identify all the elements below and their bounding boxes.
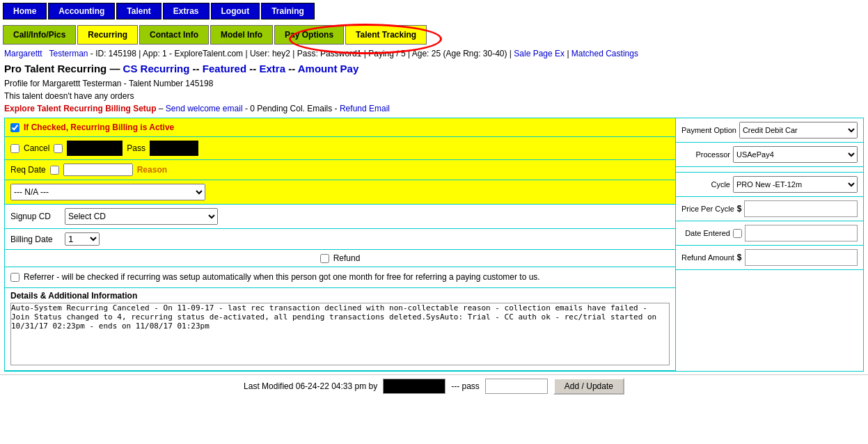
price-per-cycle-label: Price Per Cycle bbox=[681, 204, 734, 214]
req-date-checkbox[interactable] bbox=[50, 166, 59, 175]
price-per-cycle-row: Price Per Cycle $ 288.73 bbox=[676, 197, 863, 221]
nav-logout[interactable]: Logout bbox=[211, 3, 260, 19]
tab-row-wrapper: Call/Info/Pics Recurring Contact Info Mo… bbox=[0, 22, 868, 47]
pass-text-input[interactable] bbox=[150, 141, 198, 156]
page-title: Pro Talent Recurring — CS Recurring -- F… bbox=[4, 63, 864, 74]
na-dropdown-row: --- N/A --- bbox=[5, 180, 675, 205]
referrer-text: Referrer - will be checked if recurring … bbox=[24, 271, 540, 283]
cancel-text-input[interactable] bbox=[67, 141, 123, 156]
req-date-row: Req Date Reason bbox=[5, 160, 675, 180]
tab-model-info[interactable]: Model Info bbox=[210, 25, 273, 45]
matched-castings-link[interactable]: Matched Castings bbox=[571, 49, 638, 58]
talent-name-last[interactable]: Testerman bbox=[49, 49, 88, 58]
cancel-row: Cancel Pass bbox=[5, 137, 675, 160]
main-form: If Checked, Recurring Billing is Active … bbox=[0, 115, 868, 374]
refund-amount-input[interactable]: 0.00 bbox=[745, 249, 858, 266]
right-panel: Payment Option Credit Debit Car Processo… bbox=[676, 118, 864, 372]
cs-recurring-link[interactable]: CS Recurring bbox=[123, 63, 190, 74]
nav-talent[interactable]: Talent bbox=[116, 3, 161, 19]
refund-amount-label: Refund Amount bbox=[681, 253, 734, 262]
cycle-label: Cycle bbox=[681, 180, 730, 189]
dollar-sign-price: $ bbox=[737, 204, 742, 214]
app-value: 1 - ExploreTalent.com bbox=[162, 49, 243, 58]
reason-label: Reason bbox=[137, 165, 167, 175]
active-billing-label: If Checked, Recurring Billing is Active bbox=[24, 122, 174, 132]
cancel-checkbox[interactable] bbox=[10, 144, 19, 153]
tab-recurring[interactable]: Recurring bbox=[77, 25, 138, 45]
processor-row: Processor USAePay4 bbox=[676, 143, 863, 167]
signup-cd-label: Signup CD bbox=[10, 212, 59, 221]
billing-date-select[interactable]: 1 bbox=[65, 232, 100, 246]
active-billing-row: If Checked, Recurring Billing is Active bbox=[5, 118, 675, 137]
cycle-select[interactable]: PRO New -ET-12m bbox=[733, 176, 858, 193]
referrer-row: Referrer - will be checked if recurring … bbox=[5, 267, 675, 288]
tab-row: Call/Info/Pics Recurring Contact Info Mo… bbox=[0, 22, 868, 47]
cancel-checkbox2[interactable] bbox=[54, 144, 63, 153]
dollar-sign-refund: $ bbox=[737, 253, 742, 262]
date-entered-checkbox[interactable] bbox=[733, 229, 742, 238]
referrer-checkbox[interactable] bbox=[10, 273, 19, 282]
payment-option-select[interactable]: Credit Debit Car bbox=[739, 122, 858, 138]
req-date-label: Req Date bbox=[10, 165, 46, 175]
user-value: hey2 bbox=[272, 49, 290, 58]
date-entered-label: Date Entered bbox=[681, 228, 730, 238]
talent-id: 145198 bbox=[109, 49, 136, 58]
details-textarea[interactable]: Auto-System Recurring Canceled - On 11-0… bbox=[10, 303, 670, 365]
refund-amount-row: Refund Amount $ 0.00 bbox=[676, 246, 863, 270]
signup-cd-row: Signup CD Select CD bbox=[5, 205, 675, 229]
date-entered-row: Date Entered 07/01/22 bbox=[676, 221, 863, 246]
signup-cd-select[interactable]: Select CD bbox=[65, 208, 218, 225]
pass-value: Password1 bbox=[320, 49, 361, 58]
billing-setup-link[interactable]: Explore Talent Recurring Billing Setup bbox=[4, 104, 156, 113]
billing-date-label: Billing Date bbox=[10, 235, 59, 244]
sale-page-link[interactable]: Sale Page Ex bbox=[514, 49, 565, 58]
top-navigation: Home Accounting Talent Extras Logout Tra… bbox=[0, 0, 868, 22]
add-update-button[interactable]: Add / Update bbox=[553, 378, 624, 395]
processor-label: Processor bbox=[681, 150, 730, 159]
refund-email-link[interactable]: Refund Email bbox=[340, 104, 390, 113]
payment-option-row: Payment Option Credit Debit Car bbox=[676, 118, 863, 143]
no-orders-text: This talent doesn't have any orders bbox=[0, 90, 868, 102]
req-date-input[interactable] bbox=[63, 164, 133, 176]
breadcrumb: Margarettt Testerman - ID: 145198 | App:… bbox=[0, 47, 868, 60]
age-value: 25 (Age Rng: 30-40) bbox=[432, 49, 507, 58]
na-select[interactable]: --- N/A --- bbox=[10, 184, 205, 200]
payment-option-label: Payment Option bbox=[681, 125, 736, 135]
nav-home[interactable]: Home bbox=[3, 3, 47, 19]
active-billing-checkbox[interactable] bbox=[10, 123, 19, 132]
price-per-cycle-input[interactable]: 288.73 bbox=[744, 200, 858, 217]
tab-pay-options[interactable]: Pay Options bbox=[274, 25, 344, 45]
paying-value: 5 bbox=[401, 49, 406, 58]
left-panel: If Checked, Recurring Billing is Active … bbox=[4, 118, 676, 372]
tab-call-info-pics[interactable]: Call/Info/Pics bbox=[3, 25, 76, 45]
details-section: Details & Additional Information Auto-Sy… bbox=[5, 288, 675, 371]
cancel-label: Cancel bbox=[24, 143, 49, 153]
billing-date-row: Billing Date 1 bbox=[5, 229, 675, 250]
profile-line: Profile for Margarettt Testerman - Talen… bbox=[0, 77, 868, 90]
footer-pass-label: --- pass bbox=[451, 381, 480, 391]
amount-pay-link[interactable]: Amount Pay bbox=[298, 63, 359, 74]
tab-contact-info[interactable]: Contact Info bbox=[139, 25, 209, 45]
last-modified-text: Last Modified 06-24-22 04:33 pm by bbox=[244, 381, 377, 391]
cycle-row: Cycle PRO New -ET-12m bbox=[676, 173, 863, 197]
footer-bar: Last Modified 06-24-22 04:33 pm by --- p… bbox=[0, 374, 868, 397]
date-entered-input[interactable]: 07/01/22 bbox=[745, 225, 858, 241]
featured-link[interactable]: Featured bbox=[203, 63, 246, 74]
nav-training[interactable]: Training bbox=[261, 3, 315, 19]
billing-setup-line: Explore Talent Recurring Billing Setup –… bbox=[0, 102, 868, 115]
refund-checkbox[interactable] bbox=[320, 254, 329, 263]
processor-select[interactable]: USAePay4 bbox=[733, 146, 858, 163]
talent-name-first[interactable]: Margarettt bbox=[4, 49, 42, 58]
footer-pass-input[interactable] bbox=[485, 379, 548, 394]
details-label: Details & Additional Information bbox=[10, 291, 670, 301]
refund-label: Refund bbox=[333, 253, 361, 263]
footer-user-input[interactable] bbox=[383, 379, 445, 394]
nav-accounting[interactable]: Accounting bbox=[48, 3, 115, 19]
refund-row: Refund bbox=[5, 250, 675, 267]
pass-label: Pass bbox=[127, 143, 145, 153]
page-heading: Pro Talent Recurring — CS Recurring -- F… bbox=[0, 60, 868, 77]
tab-talent-tracking[interactable]: Talent Tracking bbox=[345, 25, 427, 45]
send-welcome-link[interactable]: Send welcome email bbox=[166, 104, 243, 113]
nav-extras[interactable]: Extras bbox=[163, 3, 210, 19]
extra-link[interactable]: Extra bbox=[259, 63, 285, 74]
